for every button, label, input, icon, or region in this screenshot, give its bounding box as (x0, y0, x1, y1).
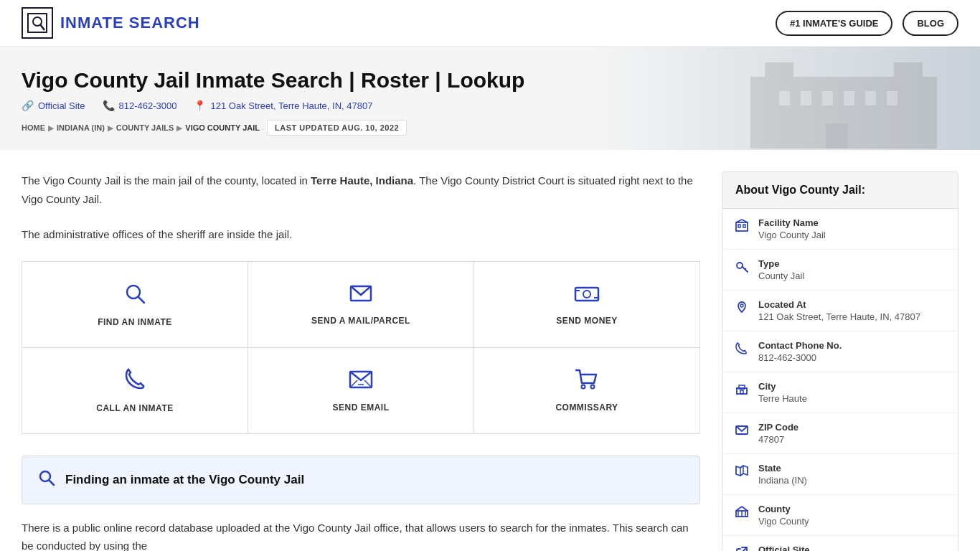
hero-content: Vigo County Jail Inmate Search | Roster … (22, 68, 958, 136)
svg-point-24 (582, 385, 585, 388)
logo-area: INMATE SEARCH (22, 7, 200, 39)
phone-icon-sidebar (735, 342, 748, 363)
blog-button[interactable]: BLOG (903, 11, 958, 36)
svg-point-33 (737, 263, 743, 268)
sidebar-city: City Terre Haute (722, 372, 958, 413)
sidebar-county: County Vigo County (722, 495, 958, 536)
main-layout: The Vigo County Jail is the main jail of… (0, 150, 980, 551)
map-icon (735, 464, 748, 486)
commissary-cell[interactable]: COMMISSARY (474, 348, 699, 433)
key-icon (735, 260, 748, 281)
send-email-label: SEND EMAIL (332, 402, 389, 413)
svg-point-17 (583, 291, 590, 298)
action-row-1: FIND AN INMATE SEND A MAIL/PARCEL (22, 262, 699, 348)
send-email-cell[interactable]: SEND EMAIL (248, 348, 474, 433)
email-icon (349, 369, 373, 395)
finding-title: Finding an inmate at the Vigo County Jai… (65, 473, 304, 487)
svg-rect-29 (738, 225, 740, 227)
description-paragraph-2: The administrative offices of the sherif… (22, 225, 700, 244)
svg-line-46 (742, 507, 748, 511)
sidebar-location: Located At 121 Oak Street, Terre Haute, … (722, 291, 958, 331)
location-icon-sidebar (735, 301, 748, 322)
mail-icon-sidebar (735, 423, 748, 445)
svg-rect-30 (743, 225, 745, 227)
search-icon (123, 282, 146, 310)
link-icon: 🔗 (22, 100, 34, 111)
finding-search-icon (38, 469, 55, 491)
sidebar-official-site: Official Site http://www.vigocounty.in.g… (722, 536, 958, 551)
site-header: INMATE SEARCH #1 INMATE'S GUIDE BLOG (0, 0, 980, 47)
sidebar-facility-name: Facility Name Vigo County Jail (722, 209, 958, 250)
send-money-label: SEND MONEY (556, 316, 618, 326)
send-mail-label: SEND A MAIL/PARCEL (311, 316, 410, 326)
send-mail-cell[interactable]: SEND A MAIL/PARCEL (248, 262, 474, 347)
building-icon (735, 219, 748, 240)
svg-rect-38 (739, 385, 745, 389)
official-site-link[interactable]: 🔗 Official Site (22, 100, 85, 111)
mail-icon (349, 283, 372, 309)
sidebar-state: State Indiana (IN) (722, 454, 958, 495)
logo-text: INMATE SEARCH (60, 14, 200, 32)
commissary-label: COMMISSARY (555, 402, 618, 413)
finding-inmate-box: Finding an inmate at the Vigo County Jai… (22, 456, 700, 504)
svg-line-14 (138, 297, 144, 303)
svg-line-27 (50, 480, 55, 485)
sidebar-type: Type County Jail (722, 250, 958, 291)
hero-section: Vigo County Jail Inmate Search | Roster … (0, 47, 980, 150)
action-grid: FIND AN INMATE SEND A MAIL/PARCEL (22, 261, 700, 434)
svg-marker-41 (736, 466, 748, 476)
sidebar: About Vigo County Jail: Facility Name Vi… (722, 171, 958, 551)
breadcrumb: HOME ▶ INDIANA (IN) ▶ COUNTY JAILS ▶ VIG… (22, 123, 260, 132)
inmates-guide-button[interactable]: #1 INMATE'S GUIDE (776, 11, 892, 36)
svg-point-36 (740, 304, 743, 307)
sidebar-card: About Vigo County Jail: Facility Name Vi… (722, 171, 958, 551)
courthouse-icon (735, 505, 748, 527)
sidebar-phone: Contact Phone No. 812-462-3000 (722, 331, 958, 372)
link-icon-sidebar (735, 546, 748, 551)
call-inmate-label: CALL AN INMATE (96, 403, 173, 413)
body-text: There is a public online record database… (22, 519, 700, 552)
last-updated-badge: LAST UPDATED AUG. 10, 2022 (267, 120, 407, 136)
cart-icon (575, 369, 598, 395)
sidebar-zip: ZIP Code 47807 (722, 413, 958, 454)
logo-icon (22, 7, 53, 39)
header-nav: #1 INMATE'S GUIDE BLOG (776, 11, 958, 36)
page-title: Vigo County Jail Inmate Search | Roster … (22, 68, 958, 93)
city-icon (735, 382, 748, 404)
svg-line-21 (350, 380, 357, 387)
address-meta: 📍 121 Oak Street, Terre Haute, IN, 47807 (194, 100, 372, 111)
phone-icon-action (125, 368, 145, 396)
find-inmate-cell[interactable]: FIND AN INMATE (22, 262, 248, 347)
svg-line-2 (40, 24, 44, 30)
phone-meta: 📞 812-462-3000 (103, 100, 177, 111)
sidebar-header: About Vigo County Jail: (722, 172, 958, 209)
find-inmate-label: FIND AN INMATE (98, 317, 172, 327)
call-inmate-cell[interactable]: CALL AN INMATE (22, 348, 248, 433)
content-area: The Vigo County Jail is the main jail of… (22, 171, 700, 551)
money-icon (574, 283, 600, 309)
svg-line-45 (736, 507, 742, 511)
svg-rect-39 (740, 390, 743, 394)
hero-meta: 🔗 Official Site 📞 812-462-3000 📍 121 Oak… (22, 100, 958, 111)
action-row-2: CALL AN INMATE SEND EMAIL (22, 348, 699, 433)
svg-point-25 (591, 385, 595, 388)
description-paragraph-1: The Vigo County Jail is the main jail of… (22, 171, 700, 208)
svg-rect-16 (575, 288, 598, 301)
phone-icon: 📞 (103, 100, 115, 111)
location-icon: 📍 (194, 100, 206, 111)
send-money-cell[interactable]: SEND MONEY (474, 262, 699, 347)
svg-line-22 (364, 380, 372, 387)
